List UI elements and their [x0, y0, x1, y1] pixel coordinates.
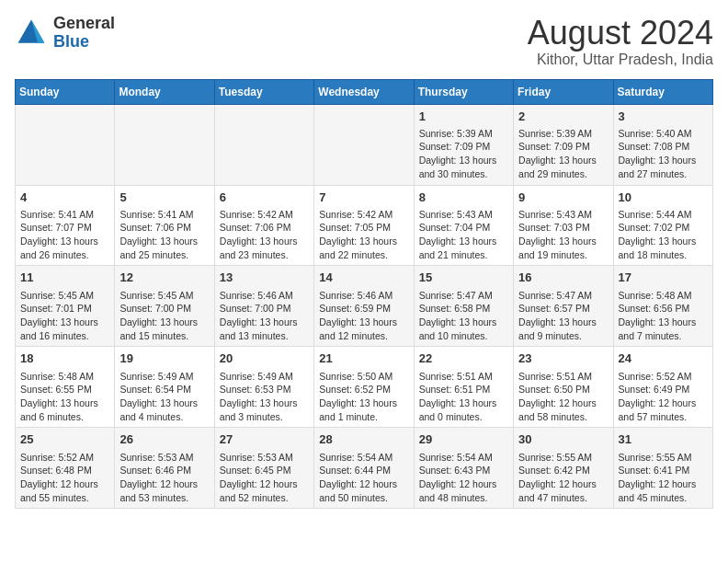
day-info: Sunrise: 5:41 AM Sunset: 7:07 PM Dayligh… — [20, 208, 109, 262]
calendar-cell: 17Sunrise: 5:48 AM Sunset: 6:56 PM Dayli… — [613, 266, 712, 347]
calendar-cell: 24Sunrise: 5:52 AM Sunset: 6:49 PM Dayli… — [613, 347, 712, 428]
calendar-week-2: 4Sunrise: 5:41 AM Sunset: 7:07 PM Daylig… — [16, 185, 713, 266]
day-number: 24 — [619, 350, 708, 367]
calendar-header: Sunday Monday Tuesday Wednesday Thursday… — [16, 79, 713, 104]
day-info: Sunrise: 5:42 AM Sunset: 7:06 PM Dayligh… — [220, 208, 309, 262]
day-number: 7 — [319, 190, 408, 206]
calendar-cell: 22Sunrise: 5:51 AM Sunset: 6:51 PM Dayli… — [414, 347, 513, 428]
day-number: 2 — [518, 109, 608, 125]
col-sunday: Sunday — [16, 79, 115, 104]
day-number: 18 — [20, 350, 109, 367]
day-number: 3 — [619, 109, 708, 125]
calendar-cell: 16Sunrise: 5:47 AM Sunset: 6:57 PM Dayli… — [514, 266, 613, 347]
title-block: August 2024 Kithor, Uttar Pradesh, India — [528, 15, 713, 68]
day-info: Sunrise: 5:53 AM Sunset: 6:46 PM Dayligh… — [119, 451, 209, 505]
day-number: 4 — [20, 190, 109, 206]
day-number: 12 — [119, 270, 209, 286]
day-info: Sunrise: 5:55 AM Sunset: 6:42 PM Dayligh… — [518, 451, 608, 505]
day-info: Sunrise: 5:51 AM Sunset: 6:50 PM Dayligh… — [518, 370, 608, 424]
calendar-cell: 1Sunrise: 5:39 AM Sunset: 7:09 PM Daylig… — [414, 104, 513, 185]
day-info: Sunrise: 5:45 AM Sunset: 7:01 PM Dayligh… — [20, 289, 109, 343]
day-info: Sunrise: 5:47 AM Sunset: 6:58 PM Dayligh… — [419, 289, 508, 343]
day-number: 1 — [419, 109, 508, 125]
day-info: Sunrise: 5:45 AM Sunset: 7:00 PM Dayligh… — [119, 289, 209, 343]
calendar-cell: 5Sunrise: 5:41 AM Sunset: 7:06 PM Daylig… — [115, 185, 214, 266]
day-info: Sunrise: 5:48 AM Sunset: 6:55 PM Dayligh… — [20, 370, 109, 424]
day-info: Sunrise: 5:48 AM Sunset: 6:56 PM Dayligh… — [619, 289, 708, 343]
calendar-table: Sunday Monday Tuesday Wednesday Thursday… — [15, 79, 713, 510]
calendar-cell: 13Sunrise: 5:46 AM Sunset: 7:00 PM Dayli… — [214, 266, 313, 347]
calendar-cell: 25Sunrise: 5:52 AM Sunset: 6:48 PM Dayli… — [16, 428, 115, 509]
calendar-cell: 29Sunrise: 5:54 AM Sunset: 6:43 PM Dayli… — [414, 428, 513, 509]
calendar-cell — [115, 104, 214, 185]
day-number: 9 — [518, 190, 608, 206]
day-number: 6 — [220, 190, 309, 206]
calendar-week-4: 18Sunrise: 5:48 AM Sunset: 6:55 PM Dayli… — [16, 347, 713, 428]
day-info: Sunrise: 5:42 AM Sunset: 7:05 PM Dayligh… — [319, 208, 408, 262]
calendar-cell: 31Sunrise: 5:55 AM Sunset: 6:41 PM Dayli… — [613, 428, 712, 509]
calendar-cell: 8Sunrise: 5:43 AM Sunset: 7:04 PM Daylig… — [414, 185, 513, 266]
day-number: 30 — [518, 431, 608, 448]
day-number: 15 — [419, 270, 508, 286]
col-tuesday: Tuesday — [214, 79, 313, 104]
day-info: Sunrise: 5:47 AM Sunset: 6:57 PM Dayligh… — [518, 289, 608, 343]
day-number: 21 — [319, 350, 408, 367]
day-number: 14 — [319, 270, 408, 286]
col-monday: Monday — [115, 79, 214, 104]
logo: General Blue — [15, 15, 115, 52]
calendar-cell: 12Sunrise: 5:45 AM Sunset: 7:00 PM Dayli… — [115, 266, 214, 347]
calendar-cell: 18Sunrise: 5:48 AM Sunset: 6:55 PM Dayli… — [16, 347, 115, 428]
day-number: 22 — [419, 350, 508, 367]
day-info: Sunrise: 5:54 AM Sunset: 6:44 PM Dayligh… — [319, 451, 408, 505]
calendar-cell: 19Sunrise: 5:49 AM Sunset: 6:54 PM Dayli… — [115, 347, 214, 428]
day-info: Sunrise: 5:44 AM Sunset: 7:02 PM Dayligh… — [619, 208, 708, 262]
day-info: Sunrise: 5:49 AM Sunset: 6:54 PM Dayligh… — [119, 370, 209, 424]
day-number: 16 — [518, 270, 608, 286]
calendar-week-5: 25Sunrise: 5:52 AM Sunset: 6:48 PM Dayli… — [16, 428, 713, 509]
calendar-cell: 30Sunrise: 5:55 AM Sunset: 6:42 PM Dayli… — [514, 428, 613, 509]
day-info: Sunrise: 5:39 AM Sunset: 7:09 PM Dayligh… — [518, 127, 608, 181]
day-number: 26 — [119, 431, 209, 448]
day-number: 10 — [619, 190, 708, 206]
day-number: 5 — [119, 190, 209, 206]
logo-text: General Blue — [53, 15, 115, 52]
day-info: Sunrise: 5:39 AM Sunset: 7:09 PM Dayligh… — [419, 127, 508, 181]
calendar-cell: 6Sunrise: 5:42 AM Sunset: 7:06 PM Daylig… — [214, 185, 313, 266]
day-number: 25 — [20, 431, 109, 448]
day-info: Sunrise: 5:54 AM Sunset: 6:43 PM Dayligh… — [419, 451, 508, 505]
day-number: 8 — [419, 190, 508, 206]
day-number: 27 — [220, 431, 309, 448]
day-number: 20 — [220, 350, 309, 367]
calendar-week-1: 1Sunrise: 5:39 AM Sunset: 7:09 PM Daylig… — [16, 104, 713, 185]
day-info: Sunrise: 5:43 AM Sunset: 7:03 PM Dayligh… — [518, 208, 608, 262]
calendar-cell: 9Sunrise: 5:43 AM Sunset: 7:03 PM Daylig… — [514, 185, 613, 266]
day-number: 13 — [220, 270, 309, 286]
calendar-cell: 15Sunrise: 5:47 AM Sunset: 6:58 PM Dayli… — [414, 266, 513, 347]
day-info: Sunrise: 5:51 AM Sunset: 6:51 PM Dayligh… — [419, 370, 508, 424]
calendar-cell: 14Sunrise: 5:46 AM Sunset: 6:59 PM Dayli… — [314, 266, 414, 347]
logo-blue: Blue — [53, 33, 115, 52]
header-row: Sunday Monday Tuesday Wednesday Thursday… — [16, 79, 713, 104]
calendar-cell — [16, 104, 115, 185]
day-info: Sunrise: 5:53 AM Sunset: 6:45 PM Dayligh… — [220, 451, 309, 505]
day-info: Sunrise: 5:52 AM Sunset: 6:48 PM Dayligh… — [20, 451, 109, 505]
calendar-cell — [214, 104, 313, 185]
calendar-cell: 7Sunrise: 5:42 AM Sunset: 7:05 PM Daylig… — [314, 185, 414, 266]
logo-general: General — [53, 15, 115, 33]
day-info: Sunrise: 5:41 AM Sunset: 7:06 PM Dayligh… — [119, 208, 209, 262]
col-friday: Friday — [514, 79, 613, 104]
calendar-cell: 3Sunrise: 5:40 AM Sunset: 7:08 PM Daylig… — [613, 104, 712, 185]
day-info: Sunrise: 5:43 AM Sunset: 7:04 PM Dayligh… — [419, 208, 508, 262]
calendar-week-3: 11Sunrise: 5:45 AM Sunset: 7:01 PM Dayli… — [16, 266, 713, 347]
day-info: Sunrise: 5:46 AM Sunset: 6:59 PM Dayligh… — [319, 289, 408, 343]
col-thursday: Thursday — [414, 79, 513, 104]
day-info: Sunrise: 5:40 AM Sunset: 7:08 PM Dayligh… — [619, 127, 708, 181]
day-info: Sunrise: 5:50 AM Sunset: 6:52 PM Dayligh… — [319, 370, 408, 424]
main-title: August 2024 — [528, 15, 713, 52]
day-info: Sunrise: 5:55 AM Sunset: 6:41 PM Dayligh… — [619, 451, 708, 505]
day-number: 23 — [518, 350, 608, 367]
calendar-cell: 11Sunrise: 5:45 AM Sunset: 7:01 PM Dayli… — [16, 266, 115, 347]
calendar-body: 1Sunrise: 5:39 AM Sunset: 7:09 PM Daylig… — [16, 104, 713, 509]
day-number: 31 — [619, 431, 708, 448]
calendar-cell: 10Sunrise: 5:44 AM Sunset: 7:02 PM Dayli… — [613, 185, 712, 266]
